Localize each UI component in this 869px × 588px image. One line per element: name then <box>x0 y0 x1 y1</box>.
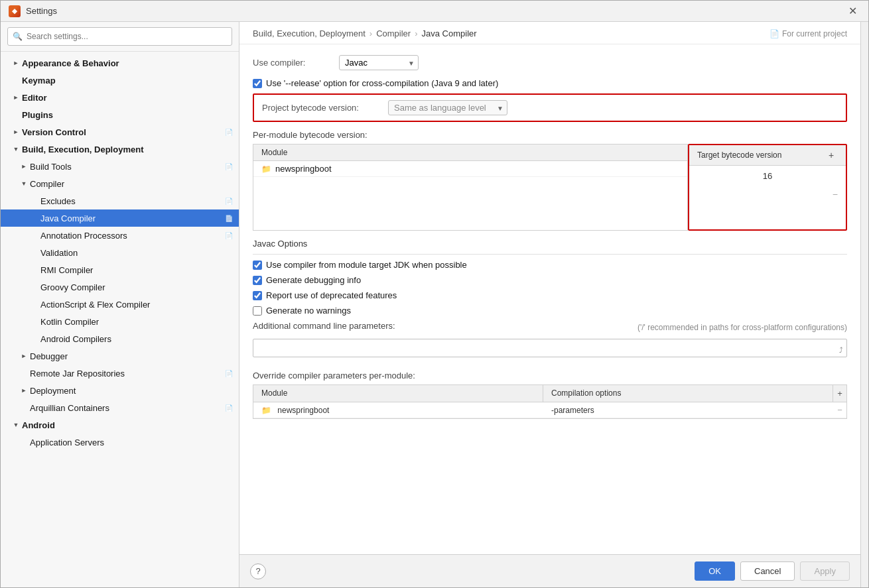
sidebar-item-label: Appearance & Behavior <box>22 58 234 68</box>
folder-icon: 📁 <box>261 406 271 415</box>
expand-icon[interactable]: ⤴ <box>839 346 843 354</box>
sidebar-item-label: Build, Execution, Deployment <box>22 145 234 154</box>
use-compiler-row: Use compiler: Javac ▼ <box>253 55 847 70</box>
override-section: Override compiler parameters per-module:… <box>253 371 847 419</box>
sidebar-item-java-compiler[interactable]: Java Compiler 📄 <box>1 209 239 227</box>
bytecode-select-wrapper: Same as language level ▼ <box>388 100 507 115</box>
expand-icon <box>11 110 21 119</box>
debug-info-checkbox[interactable] <box>253 276 262 285</box>
project-bytecode-box: Project bytecode version: Same as langua… <box>253 93 847 122</box>
override-row[interactable]: 📁 newspringboot -parameters − <box>253 402 846 418</box>
expand-icon: ► <box>11 93 21 102</box>
expand-icon <box>30 248 39 257</box>
search-input[interactable] <box>7 27 232 46</box>
bytecode-select[interactable]: Same as language level <box>388 100 507 115</box>
deprecated-checkbox[interactable] <box>253 291 262 300</box>
sidebar-item-compiler[interactable]: ▼ Compiler <box>1 175 239 192</box>
compiler-select[interactable]: Javac <box>339 55 419 70</box>
cmd-params-label: Additional command line parameters: <box>253 321 395 331</box>
folder-icon: 📁 <box>261 164 271 174</box>
cross-compile-checkbox[interactable] <box>253 79 262 88</box>
debug-info-label: Generate debugging info <box>266 275 361 285</box>
add-override-button[interactable]: + <box>833 385 846 402</box>
sidebar-item-label: Android <box>22 420 234 430</box>
help-button[interactable]: ? <box>250 563 266 579</box>
expand-icon: ► <box>11 127 21 137</box>
sidebar-item-remote-jar[interactable]: Remote Jar Repositories 📄 <box>1 365 239 382</box>
sidebar-item-label: Kotlin Compiler <box>40 317 234 327</box>
cancel-button[interactable]: Cancel <box>740 561 795 581</box>
sidebar-item-kotlin[interactable]: Kotlin Compiler <box>1 313 239 330</box>
breadcrumb-part-2: Compiler <box>376 29 411 38</box>
main-panel: Build, Execution, Deployment › Compiler … <box>239 22 860 587</box>
breadcrumb-part-1: Build, Execution, Deployment <box>253 29 366 38</box>
expand-icon <box>19 369 29 378</box>
add-target-button[interactable]: + <box>825 148 838 162</box>
sidebar-item-build-execution[interactable]: ▼ Build, Execution, Deployment <box>1 141 239 158</box>
sidebar-item-excludes[interactable]: Excludes 📄 <box>1 192 239 209</box>
expand-icon: ▼ <box>19 179 29 188</box>
ok-button[interactable]: OK <box>695 561 735 581</box>
target-col-header: Target bytecode version <box>697 150 825 160</box>
sidebar-item-build-tools[interactable]: ► Build Tools 📄 <box>1 158 239 175</box>
sidebar-item-editor[interactable]: ► Editor <box>1 89 239 106</box>
remove-target-button[interactable]: − <box>689 186 846 202</box>
expand-icon: ► <box>19 351 29 361</box>
override-module-col: Module <box>253 385 543 402</box>
sidebar-item-version-control[interactable]: ► Version Control 📄 <box>1 123 239 141</box>
expand-icon <box>30 213 39 223</box>
module-table-header: Module <box>253 145 687 161</box>
cmd-params-hint: ('/' recommended in paths for cross-plat… <box>637 323 847 332</box>
module-jdk-row: Use compiler from module target JDK when… <box>253 260 847 270</box>
sidebar-item-validation[interactable]: Validation <box>1 244 239 261</box>
sidebar-item-label: Validation <box>40 248 234 258</box>
no-warnings-label: Generate no warnings <box>266 306 351 316</box>
search-wrapper: 🔍 <box>7 27 232 46</box>
sidebar-item-keymap[interactable]: Keymap <box>1 72 239 89</box>
sidebar-item-label: Debugger <box>30 351 234 361</box>
sidebar-item-rmi[interactable]: RMI Compiler <box>1 261 239 278</box>
project-bytecode-label: Project bytecode version: <box>262 103 381 113</box>
expand-icon: ► <box>11 58 21 68</box>
expand-icon: ► <box>19 386 29 395</box>
apply-button[interactable]: Apply <box>800 561 850 581</box>
remove-override-button[interactable]: − <box>833 402 846 418</box>
project-link-label: For current project <box>782 29 847 38</box>
sidebar-item-label: RMI Compiler <box>40 265 234 275</box>
override-module-name: newspringboot <box>277 406 329 415</box>
sidebar-item-actionscript[interactable]: ActionScript & Flex Compiler <box>1 296 239 313</box>
sidebar-item-arquillian[interactable]: Arquillian Containers 📄 <box>1 399 239 416</box>
sidebar-item-label: Annotation Processors <box>40 231 222 241</box>
sidebar-item-label: Build Tools <box>30 162 222 172</box>
sidebar-item-debugger[interactable]: ► Debugger <box>1 347 239 365</box>
cmd-params-input[interactable] <box>253 339 847 357</box>
expand-icon <box>30 196 39 206</box>
sidebar-item-plugins[interactable]: Plugins <box>1 106 239 123</box>
per-module-table-container: Module 📁 newspringboot Target bytecode v… <box>253 144 847 231</box>
sidebar-item-annotation[interactable]: Annotation Processors 📄 <box>1 227 239 244</box>
titlebar: ◆ Settings ✕ <box>1 1 868 22</box>
page-icon: 📄 <box>224 196 234 206</box>
project-link[interactable]: 📄 For current project <box>769 29 847 38</box>
breadcrumb-sep-2: › <box>415 29 417 38</box>
sidebar-item-deployment[interactable]: ► Deployment <box>1 382 239 399</box>
compiler-select-wrapper: Javac ▼ <box>339 55 419 70</box>
override-label: Override compiler parameters per-module: <box>253 371 847 381</box>
javac-divider <box>253 254 847 255</box>
sidebar-item-appearance[interactable]: ► Appearance & Behavior <box>1 54 239 72</box>
table-row[interactable]: 📁 newspringboot <box>253 161 687 177</box>
expand-icon: ▼ <box>11 420 21 430</box>
expand-icon <box>30 282 39 292</box>
app-icon: ◆ <box>9 5 21 17</box>
sidebar-item-app-servers[interactable]: Application Servers <box>1 434 239 451</box>
no-warnings-checkbox[interactable] <box>253 306 262 316</box>
sidebar-item-android[interactable]: ▼ Android <box>1 416 239 434</box>
module-jdk-checkbox[interactable] <box>253 261 262 270</box>
close-button[interactable]: ✕ <box>844 3 860 19</box>
sidebar-item-label: Deployment <box>30 386 234 396</box>
sidebar-item-groovy[interactable]: Groovy Compiler <box>1 278 239 296</box>
target-panel: Target bytecode version + 16 − <box>688 144 847 231</box>
expand-icon <box>30 265 39 274</box>
sidebar-item-android-compilers[interactable]: Android Compilers <box>1 330 239 347</box>
cmd-params-row: Additional command line parameters: ('/'… <box>253 321 847 333</box>
